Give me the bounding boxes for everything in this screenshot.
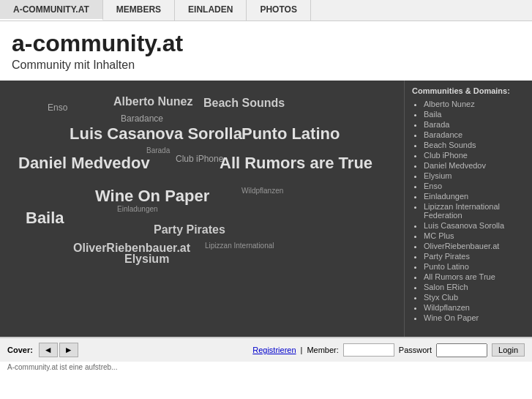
page-subtitle: Community mit Inhalten	[12, 59, 520, 72]
sidebar-link[interactable]: Daniel Medvedov	[424, 161, 486, 170]
content-area: Alberto NunezBaradanceBeach SoundsLuis C…	[0, 81, 532, 337]
sidebar-list-item: Styx Club	[424, 293, 525, 302]
member-label: Member:	[307, 346, 338, 354]
cover-label: Cover:	[7, 346, 33, 354]
footer-subtext: A-community.at ist eine aufstreb...	[0, 362, 532, 374]
sidebar-list-item: Lipizzan International Federation	[424, 202, 525, 220]
sidebar-list-item: MC Plus	[424, 231, 525, 240]
tag-item[interactable]: Baradance	[121, 113, 163, 124]
sidebar-heading: Communities & Domains:	[412, 86, 525, 95]
login-button[interactable]: Login	[492, 343, 525, 357]
sidebar-list-item: Einladungen	[424, 192, 525, 201]
register-link[interactable]: Registrieren	[252, 346, 296, 354]
sidebar-list-item: All Rumors are True	[424, 272, 525, 281]
nav-next-button[interactable]: ►	[59, 343, 78, 357]
sidebar-list-item: Salon ERich	[424, 283, 525, 291]
tag-item[interactable]: Elysium	[124, 253, 169, 266]
nav-item-photos[interactable]: PHOTOS	[247, 0, 310, 20]
navigation: A-COMMUNITY.AT MEMBERS EINLADEN PHOTOS	[0, 0, 532, 21]
nav-item-members[interactable]: MEMBERS	[103, 0, 175, 20]
sidebar-link[interactable]: Wine On Paper	[424, 313, 479, 322]
tag-item[interactable]: Enso	[48, 102, 67, 113]
sidebar-link[interactable]: Barada	[424, 120, 449, 129]
sidebar-link[interactable]: Enso	[424, 182, 442, 190]
sidebar-list-item: Wildpflanzen	[424, 303, 525, 312]
member-input[interactable]	[343, 343, 394, 357]
sidebar-list-item: Elysium	[424, 171, 525, 180]
sidebar-list-item: Punto Latino	[424, 262, 525, 271]
password-input[interactable]	[436, 343, 487, 357]
sidebar-list-item: Beach Sounds	[424, 141, 525, 149]
sidebar-link[interactable]: Lipizzan International Federation	[424, 202, 500, 220]
sidebar-link[interactable]: Punto Latino	[424, 262, 469, 271]
password-label: Passwort	[399, 346, 432, 354]
sidebar-link[interactable]: Elysium	[424, 171, 452, 180]
sidebar-list-item: Wine On Paper	[424, 313, 525, 322]
sidebar-link[interactable]: Baradance	[424, 130, 462, 139]
tag-item[interactable]: Beach Sounds	[203, 97, 285, 110]
sidebar-link[interactable]: Einladungen	[424, 192, 468, 201]
nav-prev-button[interactable]: ◄	[39, 343, 58, 357]
sidebar-list-item: Party Pirates	[424, 252, 525, 261]
tag-cloud: Alberto NunezBaradanceBeach SoundsLuis C…	[0, 81, 404, 337]
footer-nav: ◄ ►	[39, 343, 78, 357]
sidebar-list-item: OliverRiebenbauer.at	[424, 242, 525, 250]
tag-item[interactable]: Club iPhone	[176, 154, 223, 164]
tag-item[interactable]: Lipizzan International	[205, 242, 274, 250]
tag-item[interactable]: Wine On Paper	[95, 187, 209, 206]
sidebar-link[interactable]: Luis Casanova Sorolla	[424, 221, 504, 230]
sidebar-list-item: Enso	[424, 182, 525, 190]
sidebar: Communities & Domains: Alberto NunezBail…	[404, 81, 532, 337]
page-title: a-community.at	[12, 30, 520, 57]
sidebar-link[interactable]: Styx Club	[424, 293, 458, 302]
tag-item[interactable]: Baila	[26, 209, 64, 228]
sidebar-list-item: Barada	[424, 120, 525, 129]
page-header: a-community.at Community mit Inhalten	[0, 21, 532, 75]
member-separator: |	[301, 346, 303, 354]
sidebar-link[interactable]: Alberto Nunez	[424, 100, 475, 108]
sidebar-list-item: Baila	[424, 110, 525, 119]
sidebar-list-item: Daniel Medvedov	[424, 161, 525, 170]
tag-item[interactable]: Luis Casanova Sorolla	[70, 124, 242, 143]
footer-cover: Cover:	[7, 346, 33, 354]
tag-item[interactable]: Punto Latino	[241, 124, 340, 143]
sidebar-link[interactable]: OliverRiebenbauer.at	[424, 242, 499, 250]
tag-item[interactable]: Party Pirates	[154, 223, 225, 236]
tag-item[interactable]: Alberto Nunez	[113, 95, 192, 108]
tag-item[interactable]: Einladungen	[117, 205, 158, 213]
nav-item-home[interactable]: A-COMMUNITY.AT	[0, 0, 103, 20]
footer-right: Registrieren | Member: Passwort Login	[252, 343, 525, 357]
tag-item[interactable]: Daniel Medvedov	[18, 154, 150, 173]
tag-item[interactable]: All Rumors are True	[220, 154, 372, 173]
sidebar-link[interactable]: Beach Sounds	[424, 141, 476, 149]
nav-item-einladen[interactable]: EINLADEN	[175, 0, 247, 20]
sidebar-link[interactable]: Wildpflanzen	[424, 303, 470, 312]
sidebar-list-item: Luis Casanova Sorolla	[424, 221, 525, 230]
sidebar-link[interactable]: All Rumors are True	[424, 272, 495, 281]
sidebar-list: Alberto NunezBailaBaradaBaradanceBeach S…	[412, 100, 525, 322]
sidebar-link[interactable]: Party Pirates	[424, 252, 470, 261]
sidebar-link[interactable]: Salon ERich	[424, 283, 468, 291]
sidebar-list-item: Alberto Nunez	[424, 100, 525, 108]
tag-item[interactable]: Wildpflanzen	[241, 187, 283, 195]
sidebar-link[interactable]: Club iPhone	[424, 151, 468, 160]
sidebar-link[interactable]: MC Plus	[424, 231, 454, 240]
sidebar-list-item: Baradance	[424, 130, 525, 139]
sidebar-link[interactable]: Baila	[424, 110, 441, 119]
footer: Cover: ◄ ► Registrieren | Member: Passwo…	[0, 337, 532, 362]
sidebar-list-item: Club iPhone	[424, 151, 525, 160]
